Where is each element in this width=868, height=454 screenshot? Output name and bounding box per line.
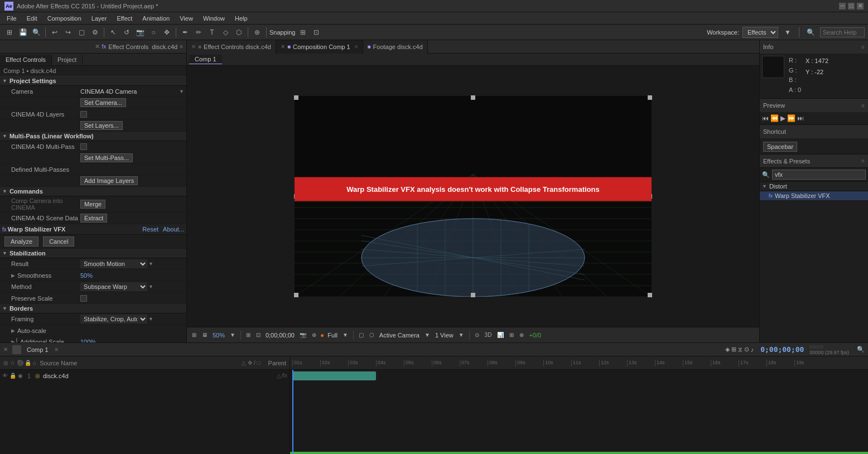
additional-scale-value[interactable]: 100% <box>80 339 184 343</box>
distort-category-header[interactable]: ▼ Distort <box>760 182 868 191</box>
region-btn[interactable]: ▢ <box>357 331 365 339</box>
undo-tool[interactable]: ↩ <box>49 26 61 38</box>
warp-stabilizer-about[interactable]: About... <box>163 226 184 233</box>
menu-composition[interactable]: Composition <box>43 14 86 23</box>
handle-top-right[interactable] <box>648 95 652 100</box>
effects-presets-menu[interactable]: ≡ <box>861 158 865 164</box>
chart-btn[interactable]: 📊 <box>495 331 505 339</box>
effects-presets-header[interactable]: Effects & Presets ≡ <box>760 154 868 168</box>
stabilization-header[interactable]: ▼ Stabilization <box>0 249 186 258</box>
snapshot-btn[interactable]: 📷 <box>298 331 308 339</box>
handle-bottom-middle[interactable] <box>471 293 475 297</box>
camera-dropdown-arrow[interactable]: ▼ <box>179 89 184 94</box>
grid-btn[interactable]: ⊞ <box>508 331 515 339</box>
snap-options[interactable]: ⊡ <box>310 26 322 38</box>
menu-view[interactable]: View <box>175 14 197 23</box>
tl-search-btn[interactable]: 🔍 <box>857 346 865 353</box>
maximize-button[interactable]: □ <box>848 3 855 9</box>
views-dropdown[interactable]: ▼ <box>457 331 466 339</box>
pan-tool[interactable]: ✥ <box>161 26 173 38</box>
zoom-value[interactable]: 50% <box>211 332 226 339</box>
render-btn[interactable]: ⊙ <box>473 331 481 339</box>
result-dropdown-arrow[interactable]: ▼ <box>148 261 153 267</box>
timeline-menu[interactable]: ≡ <box>55 346 59 352</box>
mask-tool[interactable]: ⬡ <box>233 26 245 38</box>
search-tool[interactable]: 🔍 <box>30 26 42 38</box>
layer-lock-icon[interactable]: 🔒 <box>9 373 16 379</box>
handle-bottom-right[interactable] <box>648 293 652 297</box>
3d-btn[interactable]: 3D <box>483 331 494 339</box>
preview-menu-icon[interactable]: ≡ <box>861 103 865 109</box>
info-menu-icon[interactable]: ≡ <box>861 44 865 50</box>
arrow-tool[interactable]: ↖ <box>107 26 119 38</box>
plus-btn[interactable]: ⊕ <box>518 331 525 339</box>
info-header[interactable]: Info ≡ <box>760 40 868 54</box>
project-settings-header[interactable]: ▼ Project Settings <box>0 76 186 86</box>
viewer-monitor-btn[interactable]: 🖥 <box>200 331 209 339</box>
tl-transfer-mode-btn[interactable]: ⧖ <box>738 346 742 353</box>
orbit-tool[interactable]: ○ <box>147 26 160 38</box>
tl-add-marker-btn[interactable]: ◈ <box>725 346 730 353</box>
fit-btn[interactable]: ⊡ <box>254 331 262 339</box>
workspace-expand[interactable]: ▼ <box>782 26 794 38</box>
camera-tool[interactable]: 📷 <box>134 26 146 38</box>
snapping-toggle[interactable]: ⊞ <box>297 26 309 38</box>
set-layers-btn[interactable]: Set Layers... <box>80 121 123 130</box>
warp-stabilizer-vfx-item[interactable]: fx Warp Stabilizer VFX <box>760 191 868 201</box>
tl-layer-switches-btn[interactable]: ⊞ <box>731 346 736 353</box>
pen-tool[interactable]: ✒ <box>179 26 191 38</box>
menu-window[interactable]: Window <box>199 14 229 23</box>
timeline-close[interactable]: ✕ <box>3 346 8 352</box>
camera-dropdown[interactable]: ▼ <box>423 331 432 339</box>
preview-prev-btn[interactable]: ⏪ <box>770 114 779 122</box>
paint-tool[interactable]: ✏ <box>192 26 205 38</box>
text-tool[interactable]: T <box>206 26 218 38</box>
menu-file[interactable]: File <box>2 14 21 23</box>
framing-dropdown[interactable]: Stabilize, Crop, Auto-sc <box>80 315 147 323</box>
auto-scale-expand[interactable]: ▶ <box>11 328 15 334</box>
tab-footage-disck[interactable]: ■ Footage disck.c4d <box>363 40 428 54</box>
effect-controls-close[interactable]: ✕ <box>95 43 100 50</box>
set-camera-btn[interactable]: Set Camera... <box>80 98 126 107</box>
framing-dropdown-arrow[interactable]: ▼ <box>148 316 153 322</box>
menu-effect[interactable]: Effect <box>112 14 137 23</box>
smoothness-value[interactable]: 50% <box>80 272 184 279</box>
tab-project[interactable]: Project <box>52 55 83 65</box>
handle-top-left[interactable] <box>294 95 298 100</box>
tab-comp-menu[interactable]: ≡ <box>355 44 358 50</box>
redo-tool[interactable]: ↪ <box>62 26 74 38</box>
multipass-header[interactable]: ▼ Multi-Pass (Linear Workflow) <box>0 132 186 141</box>
transparency-btn[interactable]: ⬡ <box>368 331 376 339</box>
tab-effect-controls[interactable]: Effect Controls <box>0 55 52 65</box>
zoom-dropdown-arrow[interactable]: ▼ <box>228 331 237 339</box>
method-dropdown-arrow[interactable]: ▼ <box>148 284 153 289</box>
tab-composition-comp1[interactable]: ✕ ■ Composition Comp 1 ≡ <box>276 40 363 54</box>
layer-visibility-icon[interactable]: 👁 <box>2 373 8 379</box>
comp-name-tab[interactable]: Comp 1 <box>189 55 222 64</box>
timecode-display[interactable]: 0;00;00;00 <box>264 332 296 339</box>
cinema4d-layers-checkbox[interactable] <box>80 111 87 118</box>
smoothness-expand-arrow[interactable]: ▶ <box>11 273 15 278</box>
preview-last-btn[interactable]: ⏭ <box>797 114 804 122</box>
menu-animation[interactable]: Animation <box>138 14 174 23</box>
cinema4d-multipass-checkbox[interactable] <box>80 143 87 150</box>
handle-top-middle[interactable] <box>471 95 475 100</box>
effect-controls-menu[interactable]: ≡ <box>180 44 183 50</box>
workspace-dropdown[interactable]: Effects <box>742 27 778 38</box>
preview-first-btn[interactable]: ⏮ <box>762 114 769 122</box>
close-button[interactable]: ✕ <box>857 3 864 9</box>
preview-next-frame-btn[interactable]: ⏩ <box>787 114 795 122</box>
search-help-icon[interactable]: 🔍 <box>804 26 817 38</box>
save-tool[interactable]: 💾 <box>17 26 29 38</box>
shortcut-header[interactable]: Shortcut <box>760 125 868 138</box>
puppet-tool[interactable]: ⊛ <box>251 26 263 38</box>
warp-stabilizer-reset[interactable]: Reset <box>142 226 158 233</box>
window-controls[interactable]: ─ □ ✕ <box>839 3 864 9</box>
tl-layer-bar[interactable] <box>292 371 376 380</box>
layer-name[interactable]: disck.c4d <box>43 373 273 379</box>
minimize-button[interactable]: ─ <box>839 3 846 9</box>
commands-header[interactable]: ▼ Commands <box>0 187 186 196</box>
search-help-input[interactable] <box>820 27 865 37</box>
tl-settings-btn[interactable]: ⊙ <box>744 346 749 353</box>
effects-presets-search-input[interactable] <box>772 170 866 180</box>
